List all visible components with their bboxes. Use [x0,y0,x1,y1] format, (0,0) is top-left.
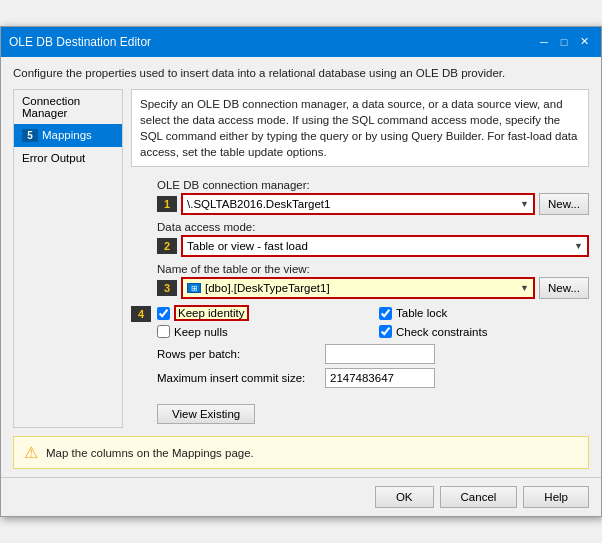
footer: OK Cancel Help [1,477,601,516]
connection-value: \.SQLTAB2016.DeskTarget1 [187,198,330,210]
cancel-button[interactable]: Cancel [440,486,518,508]
main-panel: Specify an OLE DB connection manager, a … [131,89,589,428]
rows-per-batch-input[interactable] [325,344,435,364]
table-name-label: Name of the table or the view: [157,263,589,275]
connection-label: OLE DB connection manager: [157,179,589,191]
keep-nulls-label[interactable]: Keep nulls [174,326,228,338]
table-lock-checkbox[interactable] [379,307,392,320]
rows-per-batch-label: Rows per batch: [157,348,317,360]
keep-identity-label[interactable]: Keep identity [174,305,249,321]
table-lock-row: Table lock [379,305,589,321]
connection-group: OLE DB connection manager: 1 \.SQLTAB201… [131,179,589,215]
step-badge-4: 4 [131,306,151,322]
checkboxes-group: 4 Keep identity Table lock [131,305,589,392]
warning-text: Map the columns on the Mappings page. [46,447,254,459]
max-insert-row: Maximum insert commit size: [157,368,589,388]
keep-nulls-checkbox[interactable] [157,325,170,338]
data-access-group: Data access mode: 2 Table or view - fast… [131,221,589,257]
table-lock-label[interactable]: Table lock [396,307,447,319]
mappings-badge: 5 [22,129,38,142]
connection-input-row: 1 \.SQLTAB2016.DeskTarget1 ▼ New... [157,193,589,215]
data-access-input-row: 2 Table or view - fast load ▼ [157,235,589,257]
sidebar-label-connection: Connection Manager [22,95,114,119]
sidebar-item-mappings[interactable]: 5 Mappings [14,124,122,147]
sidebar-item-connection-manager[interactable]: Connection Manager [14,90,122,124]
keep-identity-row: Keep identity [157,305,367,321]
keep-nulls-row: Keep nulls [157,325,367,338]
ole-db-destination-editor-window: OLE DB Destination Editor ─ □ ✕ Configur… [0,26,602,517]
connection-dropdown-arrow: ▼ [520,199,529,209]
rows-per-batch-row: Rows per batch: [157,344,589,364]
help-button[interactable]: Help [523,486,589,508]
minimize-button[interactable]: ─ [535,33,553,51]
sidebar-item-error-output[interactable]: Error Output [14,147,122,169]
check-constraints-label[interactable]: Check constraints [396,326,487,338]
window-title: OLE DB Destination Editor [9,35,151,49]
warning-bar: ⚠ Map the columns on the Mappings page. [13,436,589,469]
sidebar-label-error: Error Output [22,152,85,164]
data-access-select[interactable]: Table or view - fast load ▼ [181,235,589,257]
ok-button[interactable]: OK [375,486,434,508]
keep-identity-checkbox[interactable] [157,307,170,320]
check-constraints-row: Check constraints [379,325,589,338]
close-button[interactable]: ✕ [575,33,593,51]
table-value: [dbo].[DeskTypeTarget1] [205,282,330,294]
content-area: Connection Manager 5 Mappings Error Outp… [13,89,589,428]
instruction-text: Specify an OLE DB connection manager, a … [131,89,589,167]
checkbox-grid: Keep identity Table lock Keep nulls [157,305,589,338]
data-access-dropdown-arrow: ▼ [574,241,583,251]
table-name-input-row: 3 ⊞ [dbo].[DeskTypeTarget1] ▼ New... [157,277,589,299]
sidebar: Connection Manager 5 Mappings Error Outp… [13,89,123,428]
description-text: Configure the properties used to insert … [13,67,589,79]
window-controls: ─ □ ✕ [535,33,593,51]
max-insert-label: Maximum insert commit size: [157,372,317,384]
checkboxes-area: Keep identity Table lock Keep nulls [157,305,589,392]
warning-icon: ⚠ [24,443,38,462]
maximize-button[interactable]: □ [555,33,573,51]
data-access-value: Table or view - fast load [187,240,308,252]
step-badge-2: 2 [157,238,177,254]
table-dropdown-arrow: ▼ [520,283,529,293]
check-constraints-checkbox[interactable] [379,325,392,338]
table-select[interactable]: ⊞ [dbo].[DeskTypeTarget1] ▼ [181,277,535,299]
view-existing-button[interactable]: View Existing [157,404,255,424]
title-bar: OLE DB Destination Editor ─ □ ✕ [1,27,601,57]
data-access-label: Data access mode: [157,221,589,233]
table-new-button[interactable]: New... [539,277,589,299]
table-icon: ⊞ [187,283,201,293]
max-insert-input[interactable] [325,368,435,388]
step-badge-3: 3 [157,280,177,296]
connection-select[interactable]: \.SQLTAB2016.DeskTarget1 ▼ [181,193,535,215]
connection-new-button[interactable]: New... [539,193,589,215]
view-existing-row: View Existing [157,404,589,424]
table-name-group: Name of the table or the view: 3 ⊞ [dbo]… [131,263,589,299]
window-body: Configure the properties used to insert … [1,57,601,477]
step-badge-1: 1 [157,196,177,212]
sidebar-label-mappings: Mappings [42,129,92,141]
